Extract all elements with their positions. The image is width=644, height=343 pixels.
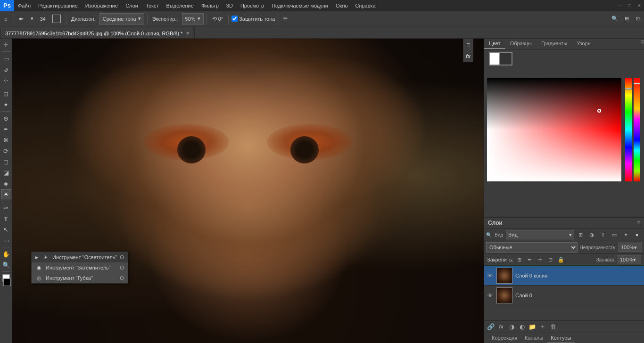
- new-layer-button[interactable]: +: [538, 322, 547, 332]
- context-menu-item-sponge[interactable]: ◎ Инструмент "Губка" O: [32, 273, 128, 283]
- angle-display[interactable]: ⟲ 0°: [210, 13, 226, 24]
- select-lasso-tool[interactable]: ⌀: [1, 64, 11, 74]
- layer-visibility-0[interactable]: 👁: [486, 292, 494, 299]
- channels-tab[interactable]: Каналы: [521, 333, 547, 343]
- lock-all-button[interactable]: 🔒: [557, 255, 565, 264]
- add-adjustment-button[interactable]: ◐: [517, 322, 527, 332]
- menu-select[interactable]: Выделение: [163, 0, 198, 11]
- patterns-tab[interactable]: Узоры: [572, 39, 596, 49]
- panel-icon-fx[interactable]: fx: [464, 52, 472, 60]
- zoom-tool[interactable]: 🔍: [1, 260, 11, 270]
- blend-mode-select[interactable]: Обычные: [486, 242, 578, 253]
- filter-adj-button[interactable]: ◑: [586, 229, 597, 240]
- layer-item-0[interactable]: 👁 Слой 0: [484, 286, 644, 305]
- eraser-tool[interactable]: ◻: [1, 156, 11, 167]
- swatches-tab[interactable]: Образцы: [505, 39, 537, 49]
- edit-tool-button[interactable]: ✏: [281, 13, 290, 24]
- menu-plugins[interactable]: Подключаемые модули: [268, 0, 332, 11]
- lock-brush-button[interactable]: ✒: [526, 255, 534, 264]
- add-mask-button[interactable]: ◑: [507, 322, 516, 332]
- opacity-slider[interactable]: [634, 78, 640, 181]
- hand-tool[interactable]: ✋: [1, 249, 11, 259]
- background-color-swatch[interactable]: [3, 278, 11, 286]
- gradient-tool[interactable]: ◪: [1, 167, 11, 178]
- text-tool[interactable]: T: [1, 213, 11, 224]
- close-button[interactable]: ✕: [636, 2, 643, 9]
- fill-input[interactable]: 100% ▾: [618, 255, 641, 264]
- color-tab[interactable]: Цвет: [484, 39, 505, 49]
- add-layer-style-button[interactable]: fx: [496, 322, 506, 332]
- menu-image[interactable]: Изображение: [82, 0, 122, 11]
- move-tool[interactable]: ✛: [1, 40, 11, 50]
- minimize-button[interactable]: —: [617, 2, 624, 9]
- kind-dropdown[interactable]: Вид ▾: [506, 230, 574, 239]
- main-area: ✛ ▭ ⌀ ⊹ ⊡ ✦ ⊕ ✒ ❋ ⟳ ◻ ◪ ◈ ☀ ✑ T ↖ ▭ ✋ 🔍: [0, 39, 644, 343]
- menu-3d[interactable]: 3D: [223, 0, 237, 11]
- protect-tones-label[interactable]: Защитить тона: [231, 16, 275, 22]
- lock-move-button[interactable]: ✛: [536, 255, 545, 264]
- eyedropper-tool[interactable]: ✦: [1, 99, 11, 110]
- gradients-tab[interactable]: Градиенты: [537, 39, 572, 49]
- menu-window[interactable]: Окно: [332, 0, 352, 11]
- lock-checkers-button[interactable]: ⊞: [515, 255, 524, 264]
- history-tool[interactable]: ⟳: [1, 146, 11, 156]
- context-menu-item-dodge[interactable]: ☀ Инструмент "Осветлитель" O: [32, 252, 128, 262]
- corrections-tab[interactable]: Коррекция: [488, 333, 521, 343]
- filter-smart-button[interactable]: ✦: [620, 229, 631, 240]
- delete-layer-button[interactable]: 🗑: [548, 322, 558, 332]
- menu-layers[interactable]: Слои: [122, 0, 142, 11]
- layer-visibility-0-copy[interactable]: 👁: [486, 272, 494, 279]
- lock-artboard-button[interactable]: ⊡: [546, 255, 555, 264]
- brush-size-display[interactable]: 34: [38, 13, 48, 24]
- document-tab[interactable]: 377778f78917695c3e1fc67bd42dd825.jpg @ 1…: [0, 28, 195, 38]
- dodge-tool[interactable]: ☀: [1, 189, 11, 199]
- close-tab-button[interactable]: ✕: [186, 31, 190, 36]
- filter-pixel-button[interactable]: ⊞: [575, 229, 586, 240]
- shape-tool[interactable]: ▭: [1, 235, 11, 245]
- fill-chevron-icon: ▾: [633, 257, 636, 263]
- menu-text[interactable]: Текст: [142, 0, 163, 11]
- background-color-picker[interactable]: [499, 52, 512, 65]
- path-select-tool[interactable]: ↖: [1, 224, 11, 235]
- select-rect-tool[interactable]: ▭: [1, 53, 11, 64]
- select-object-tool[interactable]: ⊹: [1, 75, 11, 85]
- context-menu-item-burn[interactable]: ◉ Инструмент "Затемнитель" O: [32, 262, 128, 273]
- filter-text-button[interactable]: T: [598, 229, 608, 240]
- hue-slider[interactable]: [625, 78, 632, 181]
- blur-tool[interactable]: ◈: [1, 178, 11, 188]
- menu-file[interactable]: Файл: [14, 0, 34, 11]
- crop-tool[interactable]: ⊡: [1, 89, 11, 99]
- exposure-dropdown[interactable]: 50% ▾: [182, 13, 204, 24]
- brush-shape-button[interactable]: [50, 13, 63, 24]
- layers-panel-menu-button[interactable]: ≡: [637, 220, 640, 226]
- pen-tool[interactable]: ✑: [1, 203, 11, 213]
- arrange-button[interactable]: ⊡: [633, 13, 642, 24]
- clone-tool[interactable]: ❋: [1, 135, 11, 145]
- home-button[interactable]: ⌂: [2, 13, 10, 24]
- filter-toggle[interactable]: ●: [632, 229, 642, 240]
- brush-tool-button[interactable]: ✒: [16, 13, 26, 24]
- layer-item-0-copy[interactable]: 👁 Слой 0 копия: [484, 266, 644, 286]
- canvas-area[interactable]: ☀ Инструмент "Осветлитель" O ◉ Инструмен…: [12, 39, 484, 343]
- color-panel-menu-button[interactable]: ≡: [641, 39, 644, 49]
- search-button[interactable]: 🔍: [609, 13, 620, 24]
- layout-button[interactable]: ⊞: [622, 13, 631, 24]
- menu-filter[interactable]: Фильтр: [198, 0, 223, 11]
- menu-view[interactable]: Просмотр: [237, 0, 268, 11]
- brush-tool[interactable]: ✒: [1, 124, 11, 134]
- protect-tones-checkbox[interactable]: [231, 16, 238, 22]
- create-group-button[interactable]: 📁: [528, 322, 537, 332]
- filter-shape-button[interactable]: ▭: [609, 229, 619, 240]
- color-gradient-picker[interactable]: [487, 78, 621, 181]
- opacity-input[interactable]: 100% ▾: [619, 243, 642, 252]
- paths-tab[interactable]: Контуры: [547, 333, 575, 343]
- maximize-button[interactable]: □: [626, 2, 634, 9]
- panel-icon-menu[interactable]: ≡: [464, 41, 472, 49]
- range-dropdown[interactable]: Средние тона ▾: [99, 13, 144, 24]
- healing-tool[interactable]: ⊕: [1, 113, 11, 123]
- menu-help[interactable]: Справка: [352, 0, 380, 11]
- brush-settings-button[interactable]: ▾: [28, 13, 36, 24]
- toolbox-sep-4: [2, 201, 10, 201]
- link-layers-button[interactable]: 🔗: [486, 322, 495, 332]
- menu-edit[interactable]: Редактирование: [34, 0, 82, 11]
